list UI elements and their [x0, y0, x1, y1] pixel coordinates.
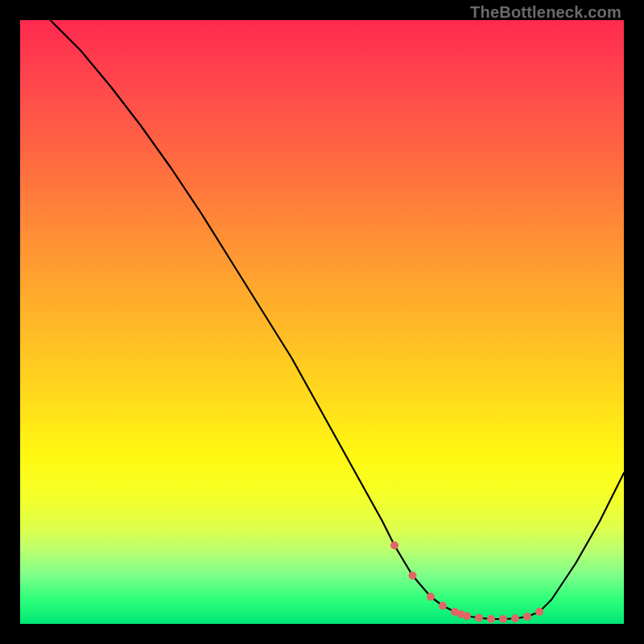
watermark-text: TheBottleneck.com [470, 3, 621, 22]
chart-container: TheBottleneck.com [0, 0, 644, 644]
valley-marker [475, 614, 483, 622]
valley-marker [409, 572, 417, 580]
curve-svg [20, 20, 624, 624]
valley-marker [463, 612, 471, 620]
valley-marker [487, 615, 495, 623]
bottleneck-curve [51, 20, 625, 619]
valley-marker [390, 542, 398, 550]
valley-markers [390, 542, 543, 624]
valley-marker [535, 608, 543, 616]
valley-marker [511, 614, 519, 622]
valley-marker [427, 592, 435, 601]
valley-marker [499, 615, 507, 623]
valley-marker [523, 613, 531, 621]
valley-marker [439, 602, 447, 610]
